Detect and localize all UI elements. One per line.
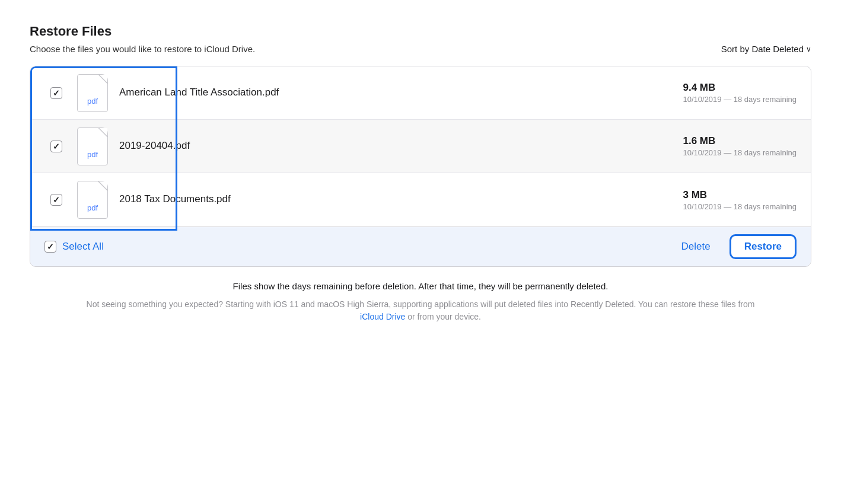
file-info: 2019-20404.pdf (119, 140, 659, 153)
table-row: ✓ pdf 2019-20404.pdf 1.6 MB 10/10/2019 —… (30, 120, 811, 173)
pdf-label: pdf (87, 203, 98, 212)
table-row: ✓ pdf American Land Title Association.pd… (30, 66, 811, 120)
file-name: American Land Title Association.pdf (119, 87, 659, 98)
delete-button[interactable]: Delete (681, 241, 711, 253)
footer-actions: Delete Restore (681, 234, 797, 259)
file-icon: pdf (75, 179, 110, 221)
sort-control[interactable]: Sort by Date Deleted ∨ (721, 44, 811, 54)
pdf-file-icon: pdf (77, 74, 108, 112)
select-all-label: Select All (62, 241, 104, 253)
file-meta: 3 MB 10/10/2019 — 18 days remaining (659, 189, 797, 211)
select-all-area[interactable]: ✓ Select All (44, 241, 104, 253)
pdf-file-icon: pdf (77, 127, 108, 165)
restore-button[interactable]: Restore (729, 234, 797, 259)
info-secondary-text: Not seeing something you expected? Start… (77, 298, 764, 323)
info-secondary-before: Not seeing something you expected? Start… (87, 299, 755, 309)
info-section: Files show the days remaining before del… (30, 281, 811, 323)
file-date: 10/10/2019 — 18 days remaining (683, 148, 797, 157)
row-checkbox-area[interactable]: ✓ (44, 194, 68, 206)
file-icon: pdf (75, 72, 110, 114)
row-checkbox[interactable]: ✓ (50, 194, 62, 206)
file-size: 9.4 MB (683, 82, 715, 94)
file-icon: pdf (75, 126, 110, 167)
file-date: 10/10/2019 — 18 days remaining (683, 95, 797, 104)
info-primary-text: Files show the days remaining before del… (77, 281, 764, 291)
checkmark-icon: ✓ (53, 196, 60, 204)
file-size: 3 MB (683, 189, 707, 201)
file-name: 2018 Tax Documents.pdf (119, 193, 659, 205)
row-checkbox-area[interactable]: ✓ (44, 141, 68, 152)
row-checkbox-area[interactable]: ✓ (44, 87, 68, 99)
file-name: 2019-20404.pdf (119, 140, 659, 152)
icloud-drive-link[interactable]: iCloud Drive (360, 312, 405, 321)
footer-bar: ✓ Select All Delete Restore (30, 227, 811, 266)
file-meta: 1.6 MB 10/10/2019 — 18 days remaining (659, 135, 797, 157)
row-checkbox[interactable]: ✓ (50, 141, 62, 152)
row-checkbox[interactable]: ✓ (50, 87, 62, 99)
table-row: ✓ pdf 2018 Tax Documents.pdf 3 MB 10/10/… (30, 173, 811, 227)
pdf-file-icon: pdf (77, 181, 108, 219)
file-meta: 9.4 MB 10/10/2019 — 18 days remaining (659, 82, 797, 104)
checkmark-icon: ✓ (53, 89, 60, 97)
page-subtitle: Choose the files you would like to resto… (30, 44, 255, 54)
chevron-down-icon: ∨ (806, 45, 811, 53)
file-date: 10/10/2019 — 18 days remaining (683, 202, 797, 211)
checkmark-icon: ✓ (47, 243, 54, 251)
file-list: ✓ pdf American Land Title Association.pd… (30, 66, 811, 267)
file-size: 1.6 MB (683, 135, 715, 147)
info-secondary-after: or from your device. (405, 312, 481, 321)
file-info: American Land Title Association.pdf (119, 87, 659, 100)
pdf-label: pdf (87, 150, 98, 159)
select-all-checkbox[interactable]: ✓ (44, 241, 56, 253)
file-info: 2018 Tax Documents.pdf (119, 193, 659, 206)
page-title: Restore Files (30, 24, 811, 39)
checkmark-icon: ✓ (53, 142, 60, 151)
sort-label: Sort by Date Deleted (721, 44, 804, 54)
pdf-label: pdf (87, 97, 98, 106)
